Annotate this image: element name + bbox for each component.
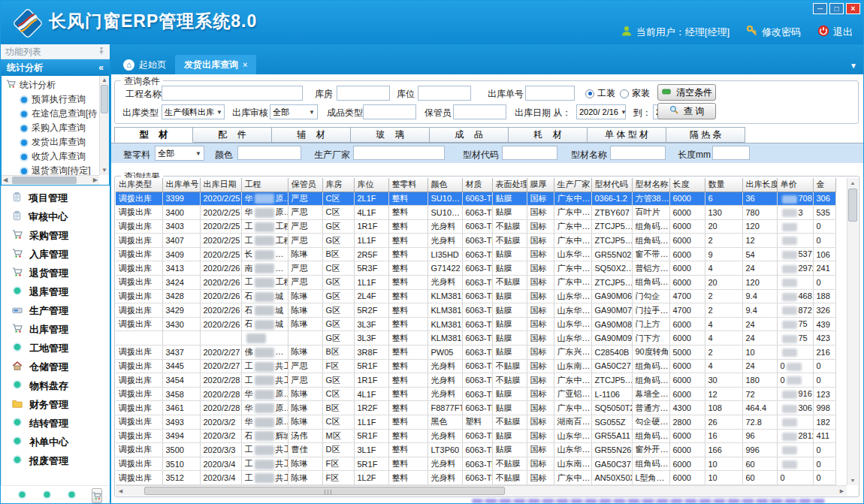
- whole-material-select[interactable]: 全部▼: [155, 146, 204, 161]
- module-item[interactable]: 退货管理: [2, 264, 110, 282]
- tree-item[interactable]: 采购入库查询: [6, 121, 109, 135]
- table-row[interactable]: 调拨出库34372020/2/27佛…陈琳B区3R8F整料PW056063-T5…: [116, 346, 835, 360]
- table-row[interactable]: 调拨出库34282020/2/26石城陈琳G区2L4F整料KLM38176063…: [116, 289, 835, 303]
- tree-item[interactable]: 预算执行查询: [6, 92, 109, 107]
- column-header[interactable]: 型材代码: [591, 178, 632, 192]
- column-header[interactable]: 材质: [462, 178, 492, 192]
- module-item[interactable]: 报废管理: [2, 451, 110, 470]
- table-row[interactable]: G区3L3F整料KLM38176063-T5贴膜国标山东华…GA90M09.门下…: [116, 331, 835, 346]
- module-item[interactable]: 项目管理: [2, 189, 110, 207]
- column-header[interactable]: 库位: [354, 178, 388, 192]
- material-tab[interactable]: 耗 材: [509, 127, 588, 143]
- column-header[interactable]: 数量: [705, 178, 742, 192]
- module-item[interactable]: 物料盘存: [2, 376, 110, 395]
- column-header[interactable]: 工程: [241, 178, 288, 192]
- change-password-button[interactable]: 修改密码: [746, 25, 801, 39]
- manufacturer-input[interactable]: [353, 146, 445, 160]
- column-header[interactable]: 出库日期: [200, 178, 241, 192]
- table-row[interactable]: 调拨出库35122020/3/4工共工程陈琳F区1L2F整料光身料6063-T5…: [116, 471, 835, 485]
- close-button[interactable]: ×: [846, 3, 860, 14]
- material-tab[interactable]: 型 材: [114, 127, 193, 143]
- module-item[interactable]: 退库管理: [2, 282, 110, 301]
- column-header[interactable]: 库房: [322, 178, 354, 192]
- table-row[interactable]: 调拨出库35102020/3/4工共工程陈琳F区5R1F整料光身料6063-T5…: [116, 457, 835, 471]
- column-header[interactable]: 出库单号: [162, 178, 200, 192]
- material-tab[interactable]: 成 品: [430, 127, 509, 143]
- circle-icon[interactable]: [42, 489, 52, 502]
- clear-conditions-button[interactable]: 清空条件: [657, 84, 716, 101]
- module-item[interactable]: 审核中心: [2, 207, 110, 226]
- column-header[interactable]: 长度: [669, 178, 705, 192]
- material-tab[interactable]: 配 件: [193, 127, 272, 143]
- pin-icon[interactable]: [98, 44, 105, 59]
- audit-select[interactable]: 全部▼: [270, 104, 318, 119]
- column-header[interactable]: 表面处理: [492, 178, 527, 192]
- statistics-section-header[interactable]: 统计分析 «: [1, 59, 110, 76]
- results-vertical-scrollbar[interactable]: ▲ ▼: [847, 178, 858, 485]
- table-row[interactable]: 调拨出库34452020/2/27工共工程严思F区5R1F整料光身料6063-T…: [116, 359, 835, 373]
- search-button[interactable]: 查 询: [657, 103, 716, 119]
- module-item[interactable]: 入库管理: [2, 245, 110, 264]
- collapse-icon[interactable]: «: [98, 59, 104, 76]
- column-header[interactable]: 整零料: [388, 178, 427, 192]
- keeper-input[interactable]: [453, 104, 506, 119]
- module-item[interactable]: 工地管理: [2, 339, 110, 358]
- color-input[interactable]: [237, 146, 301, 160]
- material-tab[interactable]: 隔 热 条: [666, 127, 745, 143]
- module-item[interactable]: 出库管理: [2, 320, 110, 339]
- minimize-button[interactable]: ─: [813, 3, 827, 14]
- tree-vertical-scrollbar[interactable]: ▲ ▼: [99, 76, 109, 175]
- tab-shipment-outbound-query[interactable]: 发货出库查询 ×: [175, 55, 256, 74]
- table-row[interactable]: 调拨出库34072020/2/25工工程严思G区1L1F整料光身料6063-T5…: [116, 234, 835, 248]
- table-row[interactable]: 调拨出库34932020/3/2华原…陈琳C区1L1F整料黑色塑料不贴膜国标湖南…: [116, 415, 835, 430]
- tree-item[interactable]: 发货出库查询: [6, 135, 109, 149]
- tree-item[interactable]: 收货入库查询: [6, 149, 109, 164]
- column-header[interactable]: 型材名称: [632, 178, 669, 192]
- module-item[interactable]: 财务管理: [2, 395, 110, 414]
- product-type-input[interactable]: [363, 104, 416, 119]
- column-header[interactable]: 颜色: [427, 178, 462, 192]
- table-row[interactable]: 调拨出库34032020/2/25工工程严思G区1R1F整料光身料6063-T5…: [116, 219, 835, 234]
- chevron-down-icon[interactable]: ▼: [850, 62, 857, 70]
- cart-button[interactable]: [92, 488, 102, 503]
- module-item[interactable]: 结转管理: [2, 414, 110, 433]
- length-input[interactable]: [712, 146, 750, 160]
- circle-icon[interactable]: [17, 489, 27, 502]
- tree-item[interactable]: 在途信息查询[待: [6, 107, 109, 121]
- module-item[interactable]: 仓储管理: [2, 358, 110, 376]
- column-header[interactable]: 出库类型: [116, 178, 162, 192]
- radio-gongzhuang[interactable]: 工装: [585, 87, 615, 100]
- table-row[interactable]: 调拨出库33992020/2/25华原…严思C区2L1F整料SU10…6063-…: [116, 192, 835, 206]
- column-header[interactable]: 膜厚: [527, 178, 554, 192]
- results-horizontal-scrollbar[interactable]: ◀ ▶: [116, 485, 847, 496]
- module-item[interactable]: 采购管理: [2, 226, 110, 245]
- table-row[interactable]: 调拨出库34242020/2/26工工程严思G区1L1F整料光身料6063-T5…: [116, 276, 835, 290]
- column-header[interactable]: 生产厂家: [554, 178, 591, 192]
- scrollbar-thumb[interactable]: [12, 177, 77, 184]
- material-tab[interactable]: 辅 材: [272, 127, 351, 143]
- logout-button[interactable]: 退出: [817, 25, 853, 39]
- circle-icon[interactable]: [67, 489, 77, 502]
- date-from-select[interactable]: 2020/ 2/16▼: [576, 104, 626, 119]
- module-item[interactable]: 补单中心: [2, 433, 110, 451]
- table-row[interactable]: 调拨出库34132020/2/26南…严思C区5R3F整料G714226063-…: [116, 261, 835, 276]
- table-row[interactable]: 调拨出库35002020/3/3工共工程曹佳D区3L1F整料LT3P606063…: [116, 443, 835, 457]
- column-header[interactable]: 金: [813, 178, 835, 192]
- order-no-input[interactable]: [525, 86, 575, 101]
- table-row[interactable]: 调拨出库34002020/2/25华原…严思C区4L1F整料SU10…6063-…: [116, 206, 835, 220]
- scrollbar-thumb[interactable]: [101, 85, 108, 113]
- out-type-select[interactable]: 生产领料出库▼: [162, 104, 225, 119]
- material-tab[interactable]: 玻 璃: [351, 127, 430, 143]
- table-row[interactable]: 调拨出库34582020/2/28华原…陈琳C区4L1F整料光身料6063-T5…: [116, 387, 835, 401]
- location-input[interactable]: [418, 86, 471, 101]
- tree-horizontal-scrollbar[interactable]: ◀ ▶: [2, 175, 99, 185]
- warehouse-input[interactable]: [337, 86, 390, 101]
- module-item[interactable]: 生产管理: [2, 301, 110, 320]
- tab-home[interactable]: ⌂ 起始页: [114, 55, 175, 74]
- profile-name-input[interactable]: [610, 146, 666, 160]
- project-name-input[interactable]: [162, 86, 303, 101]
- radio-jiazhuang[interactable]: 家装: [620, 87, 650, 100]
- table-row[interactable]: 调拨出库34292020/2/26石城陈琳G区5R2F整料KLM38176063…: [116, 303, 835, 318]
- table-row[interactable]: 调拨出库34092020/2/25长…陈琳B区2R5F整料LI35HD6063-…: [116, 247, 835, 261]
- table-row[interactable]: 调拨出库34302020/2/26石城陈琳G区3L3F整料KLM38176063…: [116, 317, 835, 331]
